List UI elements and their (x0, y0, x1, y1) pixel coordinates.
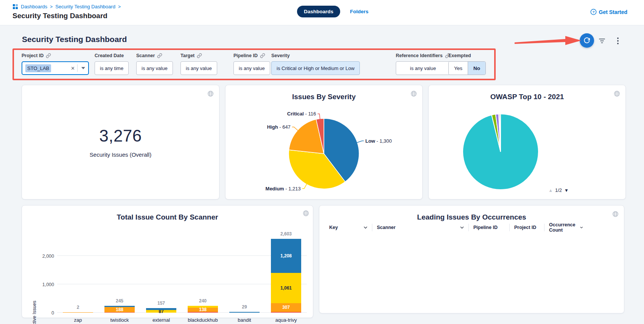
refresh-button[interactable] (580, 33, 594, 48)
bar-segment-twistlock-high[interactable]: 188 (104, 307, 135, 312)
bar-segment-twistlock-critical[interactable] (104, 312, 135, 313)
header-title: Security Testing Dashboard (12, 12, 107, 20)
exempted-toggle: Yes No (448, 61, 486, 75)
bar-segment-blackduckhub-medium[interactable] (188, 306, 218, 308)
get-started-label: Get Started (599, 9, 627, 15)
bar-segment-external-medium[interactable]: 87 (146, 310, 176, 313)
tab-dashboards[interactable]: Dashboards (297, 6, 340, 17)
link-icon (260, 53, 265, 58)
breadcrumb-separator: > (50, 4, 53, 9)
bar-total-label-external: 157 (140, 301, 182, 306)
pie-data-label-high: High - 647 (267, 124, 291, 130)
pie-label-leader-line (317, 114, 320, 119)
pie-label-leader-line (357, 141, 364, 142)
filter-pipeline-id: Pipeline ID is any value (233, 53, 270, 75)
svg-text:?: ? (592, 10, 594, 14)
created-date-filter-button[interactable]: is any time (95, 61, 129, 75)
owasp-top-10-pie (429, 85, 625, 199)
refresh-icon (583, 37, 590, 44)
clear-value-icon[interactable]: ✕ (68, 65, 77, 71)
column-header-project-id: Project ID (509, 224, 544, 231)
column-header-label: Key (329, 225, 338, 230)
column-header-occurrence-count[interactable]: Occurrence Count (544, 224, 588, 231)
pager-down-icon[interactable]: ▼ (564, 188, 569, 193)
filter-project-id: Project ID STO_LAB ✕ (22, 53, 89, 75)
card-total-issue-count-by-scanner: Total Issue Count By Scanner Active Issu… (22, 205, 313, 318)
bar-column-external[interactable]: 87157external (140, 229, 182, 313)
breadcrumb-link-current-dashboard[interactable]: Security Testing Dashboard (55, 4, 115, 9)
globe-icon (612, 211, 619, 217)
bar-segment-twistlock-low[interactable] (104, 306, 135, 307)
exempted-option-no[interactable]: No (468, 62, 485, 75)
project-id-input[interactable]: STO_LAB ✕ (22, 61, 89, 75)
dropdown-caret-icon[interactable] (81, 67, 85, 69)
column-header-label: Occurrence Count (549, 222, 580, 233)
filter-reference-identifiers-label: Reference Identifiers (396, 53, 443, 58)
filter-target-label: Target (180, 53, 194, 58)
issues-by-severity-pie-svg[interactable]: Low - 1,300Medium - 1,213High - 647Criti… (226, 85, 422, 199)
bar-segment-aqua-trivy-critical[interactable] (271, 312, 301, 313)
bar-column-bandit[interactable]: 29bandit (224, 229, 265, 313)
y-tick-label: 2,000 (34, 254, 54, 259)
filter-scanner-label: Scanner (136, 53, 155, 58)
tab-folders[interactable]: Folders (350, 9, 369, 14)
bar-segment-external-low[interactable] (146, 308, 176, 310)
breadcrumb-link-dashboards[interactable]: Dashboards (21, 4, 47, 9)
pie-data-label-medium: Medium - 1,213 (266, 186, 301, 192)
x-axis-category-twistlock: twistlock (99, 317, 140, 323)
input-divider (77, 64, 78, 72)
filter-target: Target is any value (180, 53, 217, 75)
table-body-empty (325, 234, 619, 308)
owasp-top-10-2021-pie-svg[interactable] (429, 85, 625, 199)
more-options-button[interactable] (613, 36, 623, 46)
card-owasp-top-10-2021: OWASP Top 10 - 2021 ▲ 1/2 ▼ (428, 85, 626, 199)
y-tick-label: 1,000 (34, 282, 54, 287)
x-axis-category-zap: zap (57, 317, 99, 323)
column-header-label: Scanner (377, 225, 395, 230)
scanner-filter-button[interactable]: is any value (136, 61, 173, 75)
bar-column-blackduckhub[interactable]: 138240blackduckhub (182, 229, 224, 313)
bar-segment-aqua-trivy-medium[interactable]: 1,061 (271, 273, 301, 303)
column-header-pipeline-id: Pipeline ID (468, 224, 509, 231)
column-header-label: Project ID (514, 225, 536, 230)
link-icon (157, 53, 162, 58)
filter-pipeline-id-label: Pipeline ID (233, 53, 258, 58)
top-bar: Dashboards > Security Testing Dashboard … (0, 0, 644, 25)
filter-scanner: Scanner is any value (136, 53, 173, 75)
bar-column-zap[interactable]: 2zap (57, 229, 99, 313)
single-value-tile[interactable]: 3,276 Security Issues (Overall) (22, 85, 219, 199)
bar-segment-zap-high[interactable] (63, 312, 93, 313)
exempted-option-yes[interactable]: Yes (449, 62, 468, 75)
filter-lines-icon (598, 37, 606, 45)
severity-filter-button[interactable]: is Critical or High or Medium or Low (271, 61, 360, 75)
filter-panel-button[interactable] (597, 36, 607, 46)
column-header-key[interactable]: Key (325, 224, 372, 231)
breadcrumb: Dashboards > Security Testing Dashboard … (12, 4, 121, 9)
project-id-value[interactable]: STO_LAB (25, 64, 51, 72)
filter-exempted: Exempted Yes No (448, 53, 486, 75)
target-filter-button[interactable]: is any value (180, 61, 217, 75)
scanner-bar-chart-plot: 01,0002,0002zap188245twistlock87157exter… (57, 229, 307, 313)
bar-column-twistlock[interactable]: 188245twistlock (99, 229, 140, 313)
pie-data-label-critical: Critical - 116 (287, 111, 316, 117)
bar-total-label-aqua-trivy: 2,603 (265, 231, 307, 237)
page-title: Security Testing Dashboard (22, 35, 127, 44)
column-header-scanner[interactable]: Scanner (372, 224, 468, 231)
bar-total-label-bandit: 29 (224, 304, 265, 310)
bar-column-aqua-trivy[interactable]: 3071,0611,2082,603aqua-trivy (265, 229, 307, 313)
bar-segment-bandit-low[interactable] (229, 312, 260, 313)
pipeline-id-filter-button[interactable]: is any value (233, 61, 270, 75)
bar-segment-aqua-trivy-low[interactable]: 1,208 (271, 239, 301, 273)
bar-segment-blackduckhub-high[interactable]: 138 (188, 308, 218, 312)
x-axis-category-aqua-trivy: aqua-trivy (265, 317, 307, 323)
get-started-link[interactable]: ? Get Started (590, 9, 627, 15)
filter-created-date-label: Created Date (95, 53, 124, 58)
reference-identifiers-filter-button[interactable]: is any value (396, 61, 450, 75)
pager-up-icon[interactable]: ▲ (548, 188, 553, 193)
pager-current-page: 1/2 (555, 187, 562, 193)
help-question-icon: ? (590, 9, 597, 15)
bar-segment-aqua-trivy-high[interactable]: 307 (271, 303, 301, 312)
link-icon (197, 53, 202, 58)
column-header-label: Pipeline ID (473, 225, 498, 230)
pie-label-leader-line (292, 127, 298, 130)
